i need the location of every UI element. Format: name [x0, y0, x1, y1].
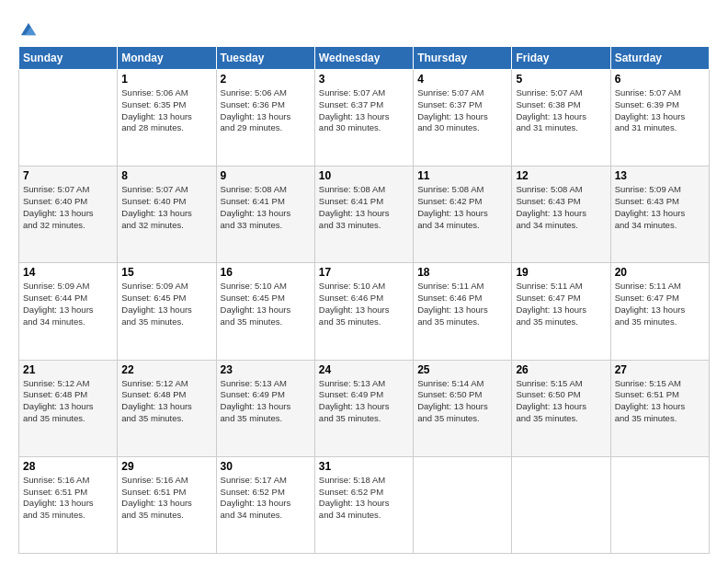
day-number: 26 [516, 363, 606, 376]
header [18, 17, 710, 40]
calendar-cell: 10Sunrise: 5:08 AMSunset: 6:41 PMDayligh… [314, 167, 413, 263]
day-number: 9 [221, 169, 311, 182]
day-info: Sunrise: 5:07 AMSunset: 6:40 PMDaylight:… [121, 184, 211, 231]
day-number: 10 [319, 169, 409, 182]
calendar-cell: 9Sunrise: 5:08 AMSunset: 6:41 PMDaylight… [216, 167, 314, 263]
day-info: Sunrise: 5:09 AMSunset: 6:44 PMDaylight:… [23, 281, 113, 327]
calendar-cell [610, 456, 709, 553]
weekday-header: Saturday [610, 47, 709, 70]
day-info: Sunrise: 5:09 AMSunset: 6:45 PMDaylight:… [121, 281, 211, 327]
calendar-cell: 13Sunrise: 5:09 AMSunset: 6:43 PMDayligh… [610, 167, 709, 263]
day-info: Sunrise: 5:11 AMSunset: 6:47 PMDaylight:… [516, 281, 606, 327]
day-number: 22 [121, 363, 211, 376]
calendar-header-row: SundayMondayTuesdayWednesdayThursdayFrid… [19, 47, 710, 70]
day-info: Sunrise: 5:09 AMSunset: 6:43 PMDaylight:… [615, 184, 705, 231]
day-info: Sunrise: 5:15 AMSunset: 6:50 PMDaylight:… [516, 378, 606, 425]
day-number: 15 [121, 266, 211, 279]
day-info: Sunrise: 5:07 AMSunset: 6:38 PMDaylight:… [516, 87, 606, 134]
day-info: Sunrise: 5:15 AMSunset: 6:51 PMDaylight:… [615, 378, 705, 425]
day-number: 7 [23, 169, 113, 182]
calendar-cell: 6Sunrise: 5:07 AMSunset: 6:39 PMDaylight… [610, 70, 709, 167]
calendar-week-row: 14Sunrise: 5:09 AMSunset: 6:44 PMDayligh… [19, 263, 710, 360]
day-number: 1 [121, 73, 211, 86]
calendar-cell [19, 70, 118, 167]
calendar-cell: 27Sunrise: 5:15 AMSunset: 6:51 PMDayligh… [610, 360, 709, 456]
day-info: Sunrise: 5:11 AMSunset: 6:46 PMDaylight:… [417, 281, 507, 327]
calendar-cell: 28Sunrise: 5:16 AMSunset: 6:51 PMDayligh… [19, 456, 118, 553]
day-info: Sunrise: 5:07 AMSunset: 6:40 PMDaylight:… [23, 184, 113, 231]
calendar-cell: 19Sunrise: 5:11 AMSunset: 6:47 PMDayligh… [512, 263, 610, 360]
day-info: Sunrise: 5:08 AMSunset: 6:43 PMDaylight:… [516, 184, 606, 231]
calendar-week-row: 1Sunrise: 5:06 AMSunset: 6:35 PMDaylight… [19, 70, 710, 167]
day-number: 13 [615, 169, 705, 182]
weekday-header: Monday [118, 47, 216, 70]
day-info: Sunrise: 5:06 AMSunset: 6:35 PMDaylight:… [121, 87, 211, 134]
day-info: Sunrise: 5:18 AMSunset: 6:52 PMDaylight:… [319, 475, 409, 522]
weekday-header: Thursday [414, 47, 512, 70]
day-number: 28 [23, 460, 113, 473]
calendar-cell: 25Sunrise: 5:14 AMSunset: 6:50 PMDayligh… [414, 360, 512, 456]
calendar-cell: 17Sunrise: 5:10 AMSunset: 6:46 PMDayligh… [314, 263, 413, 360]
calendar-cell: 7Sunrise: 5:07 AMSunset: 6:40 PMDaylight… [19, 167, 118, 263]
calendar-cell: 4Sunrise: 5:07 AMSunset: 6:37 PMDaylight… [414, 70, 512, 167]
weekday-header: Sunday [19, 47, 118, 70]
calendar-cell: 1Sunrise: 5:06 AMSunset: 6:35 PMDaylight… [118, 70, 216, 167]
calendar-cell: 18Sunrise: 5:11 AMSunset: 6:46 PMDayligh… [414, 263, 512, 360]
weekday-header: Tuesday [216, 47, 314, 70]
day-number: 16 [221, 266, 311, 279]
calendar-cell: 15Sunrise: 5:09 AMSunset: 6:45 PMDayligh… [118, 263, 216, 360]
calendar-cell: 24Sunrise: 5:13 AMSunset: 6:49 PMDayligh… [314, 360, 413, 456]
day-number: 21 [23, 363, 113, 376]
day-info: Sunrise: 5:08 AMSunset: 6:41 PMDaylight:… [319, 184, 409, 231]
calendar-cell [512, 456, 610, 553]
calendar-cell: 16Sunrise: 5:10 AMSunset: 6:45 PMDayligh… [216, 263, 314, 360]
calendar-cell: 12Sunrise: 5:08 AMSunset: 6:43 PMDayligh… [512, 167, 610, 263]
day-info: Sunrise: 5:14 AMSunset: 6:50 PMDaylight:… [417, 378, 507, 425]
day-info: Sunrise: 5:08 AMSunset: 6:41 PMDaylight:… [221, 184, 311, 231]
calendar-cell: 31Sunrise: 5:18 AMSunset: 6:52 PMDayligh… [314, 456, 413, 553]
day-number: 17 [319, 266, 409, 279]
day-number: 29 [121, 460, 211, 473]
day-number: 31 [319, 460, 409, 473]
day-info: Sunrise: 5:13 AMSunset: 6:49 PMDaylight:… [221, 378, 311, 425]
day-number: 25 [417, 363, 507, 376]
page: SundayMondayTuesdayWednesdayThursdayFrid… [0, 0, 728, 563]
calendar-cell: 14Sunrise: 5:09 AMSunset: 6:44 PMDayligh… [19, 263, 118, 360]
day-number: 12 [516, 169, 606, 182]
day-number: 3 [319, 73, 409, 86]
day-number: 23 [221, 363, 311, 376]
day-info: Sunrise: 5:10 AMSunset: 6:46 PMDaylight:… [319, 281, 409, 327]
calendar-cell: 22Sunrise: 5:12 AMSunset: 6:48 PMDayligh… [118, 360, 216, 456]
calendar-cell: 29Sunrise: 5:16 AMSunset: 6:51 PMDayligh… [118, 456, 216, 553]
calendar-cell: 3Sunrise: 5:07 AMSunset: 6:37 PMDaylight… [314, 70, 413, 167]
logo [18, 20, 42, 40]
day-number: 24 [319, 363, 409, 376]
weekday-header: Wednesday [314, 47, 413, 70]
calendar-cell: 8Sunrise: 5:07 AMSunset: 6:40 PMDaylight… [118, 167, 216, 263]
day-info: Sunrise: 5:12 AMSunset: 6:48 PMDaylight:… [121, 378, 211, 425]
day-number: 5 [516, 73, 606, 86]
calendar-cell: 2Sunrise: 5:06 AMSunset: 6:36 PMDaylight… [216, 70, 314, 167]
calendar-week-row: 7Sunrise: 5:07 AMSunset: 6:40 PMDaylight… [19, 167, 710, 263]
day-info: Sunrise: 5:06 AMSunset: 6:36 PMDaylight:… [221, 87, 311, 134]
calendar-cell: 30Sunrise: 5:17 AMSunset: 6:52 PMDayligh… [216, 456, 314, 553]
calendar-week-row: 21Sunrise: 5:12 AMSunset: 6:48 PMDayligh… [19, 360, 710, 456]
day-info: Sunrise: 5:12 AMSunset: 6:48 PMDaylight:… [23, 378, 113, 425]
calendar-week-row: 28Sunrise: 5:16 AMSunset: 6:51 PMDayligh… [19, 456, 710, 553]
day-number: 18 [417, 266, 507, 279]
day-number: 27 [615, 363, 705, 376]
calendar-table: SundayMondayTuesdayWednesdayThursdayFrid… [18, 46, 710, 554]
day-info: Sunrise: 5:17 AMSunset: 6:52 PMDaylight:… [221, 475, 311, 522]
calendar-cell: 21Sunrise: 5:12 AMSunset: 6:48 PMDayligh… [19, 360, 118, 456]
day-number: 19 [516, 266, 606, 279]
calendar-cell: 5Sunrise: 5:07 AMSunset: 6:38 PMDaylight… [512, 70, 610, 167]
day-info: Sunrise: 5:16 AMSunset: 6:51 PMDaylight:… [23, 475, 113, 522]
day-info: Sunrise: 5:07 AMSunset: 6:37 PMDaylight:… [319, 87, 409, 134]
day-number: 20 [615, 266, 705, 279]
day-number: 4 [417, 73, 507, 86]
day-number: 30 [221, 460, 311, 473]
day-info: Sunrise: 5:13 AMSunset: 6:49 PMDaylight:… [319, 378, 409, 425]
day-number: 11 [417, 169, 507, 182]
calendar-cell: 23Sunrise: 5:13 AMSunset: 6:49 PMDayligh… [216, 360, 314, 456]
day-info: Sunrise: 5:08 AMSunset: 6:42 PMDaylight:… [417, 184, 507, 231]
